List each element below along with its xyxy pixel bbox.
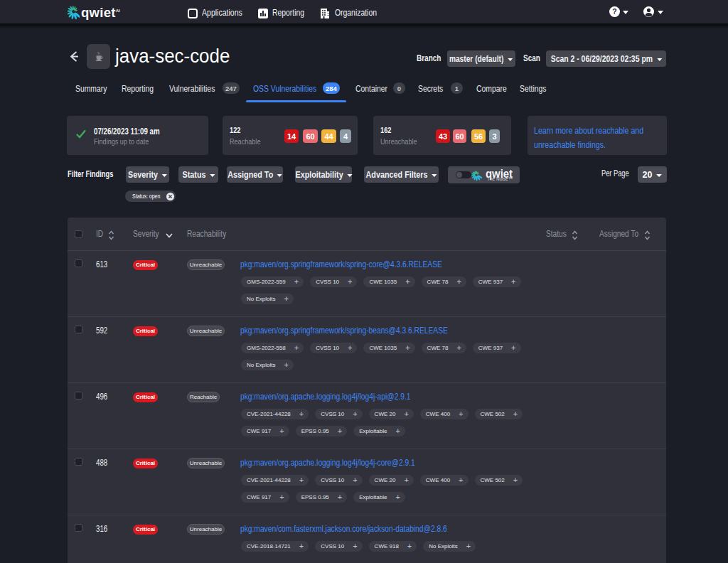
svg-text:?: ? — [612, 7, 616, 16]
